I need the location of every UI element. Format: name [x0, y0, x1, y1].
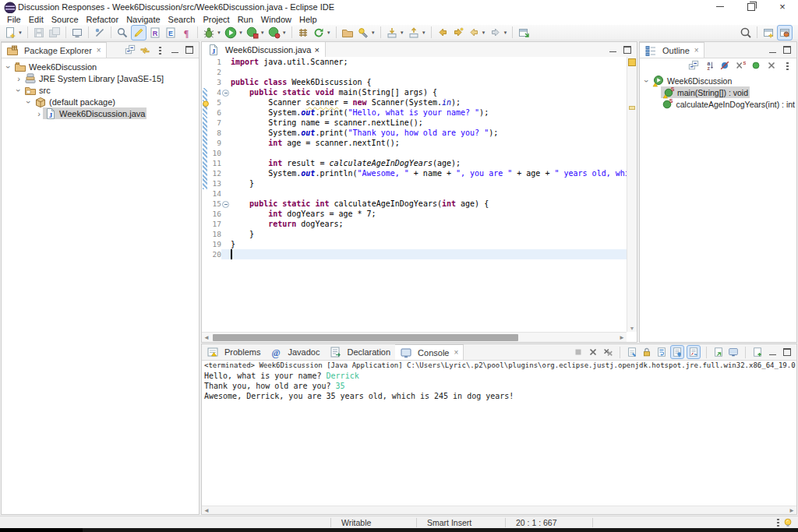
code-line-5[interactable]: 5 Scanner scanner = new Scanner(System.i…: [202, 97, 627, 107]
scroll-left-icon[interactable]: ◄: [202, 507, 211, 514]
minimize-icon[interactable]: [168, 44, 181, 56]
dropdown-arrow-icon[interactable]: ▼: [217, 30, 221, 35]
open-launch-icon[interactable]: [712, 346, 725, 358]
open-resource-icon[interactable]: [341, 26, 355, 40]
console-horizontal-scrollbar[interactable]: ◄ ►: [202, 506, 796, 514]
code-line-7[interactable]: 7 String name = scanner.nextLine();: [202, 118, 627, 128]
console-output[interactable]: Hello, what is your name? DerrickThank y…: [202, 371, 796, 401]
hide-local-types-icon[interactable]: [765, 59, 778, 72]
save-all-icon[interactable]: [48, 26, 62, 40]
remove-launch-icon[interactable]: [587, 346, 599, 358]
sort-icon[interactable]: az: [703, 59, 715, 72]
code-line-3[interactable]: 3public class Week6Discussion {: [202, 77, 627, 87]
dropdown-arrow-icon[interactable]: ▼: [422, 30, 426, 35]
back-plain-icon[interactable]: ▼: [467, 26, 487, 40]
coverage-icon[interactable]: ▼: [245, 26, 266, 40]
code-line-8[interactable]: 8 System.out.print("Thank you, how old a…: [202, 128, 627, 138]
show-whitespace-icon[interactable]: ¶: [179, 26, 193, 40]
tab-outline[interactable]: Outline ×: [640, 42, 704, 58]
search-torch-icon[interactable]: ▼: [356, 26, 376, 40]
code-line-13[interactable]: 13 }: [202, 178, 627, 188]
code-line-2[interactable]: 2: [202, 67, 627, 77]
outline-item[interactable]: Smain(String[]) : void: [640, 86, 796, 98]
code-line-9[interactable]: 9 int age = scanner.nextInt();: [202, 138, 627, 148]
explorer-item[interactable]: ›JRE System Library [JavaSE-15]: [2, 72, 199, 84]
tab-javadoc[interactable]: @Javadoc: [265, 344, 324, 360]
menu-search[interactable]: Search: [164, 15, 200, 24]
code-line-11[interactable]: 11 int result = calculateAgeInDogYears(a…: [202, 158, 627, 168]
run-icon[interactable]: ▼: [224, 26, 244, 40]
new-wizard-icon[interactable]: ▼: [3, 26, 23, 40]
scrollbar-thumb[interactable]: [213, 334, 518, 341]
overview-warning-marker[interactable]: [628, 58, 636, 66]
tab-declaration[interactable]: Declaration: [324, 344, 395, 360]
minimize-view-icon[interactable]: [766, 44, 779, 56]
word-wrap-icon[interactable]: [655, 346, 668, 358]
explorer-item[interactable]: ›JWeek6Discussion.java: [2, 107, 199, 119]
code-line-18[interactable]: 18 }: [202, 229, 627, 239]
chevron-down-icon[interactable]: ›: [15, 86, 23, 94]
tab-problems[interactable]: Problems: [202, 344, 265, 360]
open-type-hierarchy-icon[interactable]: R: [148, 26, 162, 40]
save-icon[interactable]: [32, 26, 46, 40]
profile-icon[interactable]: ▼: [267, 26, 288, 40]
open-element-icon[interactable]: E: [164, 26, 178, 40]
minimize-view-icon[interactable]: [606, 44, 619, 56]
overview-line-marker[interactable]: [629, 106, 635, 110]
menu-window[interactable]: Window: [257, 15, 295, 24]
export-icon[interactable]: ▼: [407, 26, 427, 40]
chevron-right-icon[interactable]: ›: [35, 110, 43, 118]
outline-item[interactable]: ›Week6Discussion: [640, 75, 796, 86]
link-with-editor-icon[interactable]: [517, 26, 531, 40]
outline-item[interactable]: ScalculateAgeInDogYears(int) : int: [640, 98, 796, 110]
menu-file[interactable]: File: [3, 15, 25, 24]
code-line-16[interactable]: 16 int dogYears = age * 7;: [202, 209, 627, 219]
hide-non-public-icon[interactable]: [750, 59, 762, 72]
editor-horizontal-scrollbar[interactable]: ◄ ►: [202, 332, 627, 342]
tab-console[interactable]: Console×: [395, 344, 464, 360]
maximize-icon[interactable]: [781, 346, 793, 358]
code-line-12[interactable]: 12 System.out.println("Awesome, " + name…: [202, 168, 627, 178]
maximize-icon[interactable]: [183, 44, 196, 56]
dropdown-arrow-icon[interactable]: ▼: [238, 30, 243, 35]
chevron-right-icon[interactable]: ›: [15, 75, 23, 83]
code-line-14[interactable]: 14: [202, 188, 627, 199]
dropdown-arrow-icon[interactable]: ▼: [400, 30, 404, 35]
skip-all-breakpoints-icon[interactable]: [93, 26, 107, 40]
forward-yellow-icon[interactable]: [451, 26, 465, 40]
menu-source[interactable]: Source: [48, 15, 83, 24]
open-type-icon[interactable]: [115, 26, 129, 40]
generate-icon[interactable]: ▼: [312, 26, 332, 40]
collapse-all-icon[interactable]: [687, 59, 700, 72]
dropdown-arrow-icon[interactable]: ▼: [327, 30, 331, 35]
hide-fields-icon[interactable]: [719, 59, 731, 72]
warning-quickfix-icon[interactable]: [202, 98, 210, 106]
chevron-down-icon[interactable]: ›: [5, 63, 12, 71]
new-java-project-icon[interactable]: [296, 26, 310, 40]
scroll-right-icon[interactable]: ►: [787, 507, 796, 514]
view-menu-icon[interactable]: [781, 59, 793, 72]
forward-gray-icon[interactable]: ▼: [489, 26, 509, 40]
display-selected-console-icon[interactable]: [727, 346, 740, 358]
collapse-all-icon[interactable]: [124, 44, 136, 56]
fold-collapse-icon[interactable]: [222, 201, 229, 208]
dropdown-arrow-icon[interactable]: ▼: [371, 30, 376, 35]
pin-console-icon[interactable]: [670, 345, 684, 359]
hide-static-icon[interactable]: S: [734, 59, 747, 72]
close-icon[interactable]: ×: [97, 46, 101, 55]
chevron-down-icon[interactable]: ›: [643, 77, 651, 85]
menu-run[interactable]: Run: [234, 15, 257, 24]
show-on-output-icon[interactable]: [687, 345, 701, 359]
status-menu-icon[interactable]: [777, 518, 779, 527]
editor-vertical-scrollbar[interactable]: ▲ ▼: [627, 57, 637, 332]
explorer-item[interactable]: ›src: [2, 84, 199, 96]
import-icon[interactable]: ▼: [385, 26, 405, 40]
terminate-icon[interactable]: [572, 346, 584, 358]
back-icon[interactable]: [436, 26, 450, 40]
remove-all-terminated-icon[interactable]: [602, 346, 614, 358]
code-line-19[interactable]: 19}: [202, 239, 627, 249]
code-editor[interactable]: 1import java.util.Scanner;23public class…: [202, 57, 627, 332]
code-line-17[interactable]: 17 return dogYears;: [202, 219, 627, 229]
dropdown-arrow-icon[interactable]: ▼: [482, 30, 486, 35]
editor-tab[interactable]: J Week6Discussion.java ×: [202, 42, 326, 57]
